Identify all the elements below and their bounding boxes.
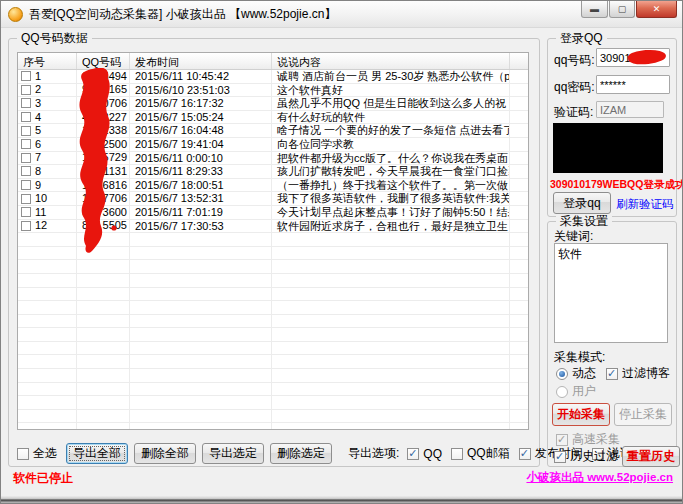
row-checkbox[interactable] (21, 221, 31, 231)
login-group: 登录QQ qq号码: qq密码: 验证码: 309010179WEBQQ登录成功… (547, 38, 677, 217)
row-qq-cell: 928165 (77, 84, 130, 98)
export-all-button[interactable]: 导出全部 (66, 443, 128, 464)
delete-selected-button[interactable]: 删除选定 (270, 443, 332, 464)
empty-table-row (18, 396, 528, 410)
delete-all-button[interactable]: 删除全部 (134, 443, 196, 464)
qq-password-input[interactable] (596, 75, 670, 94)
table-row[interactable]: 91768162015/6/7 18:00:51（一番挣扎）终于找着这个软件了。… (18, 179, 528, 193)
table-row[interactable]: 51813382015/6/7 16:04:48啥子情况 一个要的好的发了一条短… (18, 124, 528, 138)
qq-suffix: 2227 (103, 111, 127, 124)
row-checkbox[interactable] (21, 139, 31, 149)
keyword-textarea[interactable]: 软件 (554, 243, 668, 343)
row-qq-cell: 6455494 (77, 70, 130, 84)
qq-suffix: 28165 (96, 84, 127, 97)
filter-blog-checkbox[interactable] (606, 368, 618, 380)
row-checkbox[interactable] (21, 194, 31, 204)
high-speed-checkbox[interactable] (556, 434, 568, 446)
qq-prefix: 6 (82, 70, 88, 83)
row-checkbox[interactable] (21, 71, 31, 81)
qq-prefix: 1 (82, 179, 88, 192)
table-row[interactable]: 119336002015/6/11 7:01:19今天计划早点起床整点事！订好了… (18, 206, 528, 220)
table-row[interactable]: 83811312015/6/11 8:29:33孩儿们扩散转发吧，今天早晨我在一… (18, 165, 528, 179)
row-index-cell: 6 (18, 138, 77, 152)
row-tail-cell (510, 138, 528, 152)
qq-prefix: 1 (82, 124, 88, 137)
select-all-checkbox[interactable]: 全选 (17, 445, 57, 462)
qq-listview[interactable]: 序号 QQ号码 发布时间 说说内容 164554942015/6/11 10:4… (17, 52, 529, 430)
row-number: 4 (35, 111, 41, 124)
row-content-cell: 这个软件真好 (272, 84, 510, 98)
reset-history-button[interactable]: 重置历史 (622, 446, 680, 467)
close-button[interactable]: ✕ (636, 1, 677, 18)
maximize-button[interactable]: ▢ (609, 1, 635, 18)
row-content-cell: 有什么好玩的软件 (272, 111, 510, 125)
maximize-icon: ▢ (618, 5, 627, 14)
row-checkbox[interactable] (21, 98, 31, 108)
export-option-qq-label: QQ (423, 447, 442, 461)
row-qq-cell: 250706 (77, 97, 130, 111)
table-row[interactable]: 61425002015/6/7 19:41:04向各位同学求教 (18, 138, 528, 152)
column-header-qq[interactable]: QQ号码 (77, 53, 130, 69)
row-number: 9 (35, 179, 41, 192)
table-row[interactable]: 164554942015/6/11 10:45:42诚聘 酒店前台一员 男 25… (18, 70, 528, 84)
table-row[interactable]: 29281652015/6/10 23:51:03这个软件真好 (18, 84, 528, 98)
close-icon: ✕ (653, 5, 661, 14)
row-checkbox[interactable] (21, 207, 31, 217)
table-row[interactable]: 32507062015/6/7 16:17:32虽然几乎不用QQ 但是生日能收到… (18, 97, 528, 111)
export-option-qqmail[interactable]: QQ邮箱 (451, 445, 510, 462)
table-row[interactable]: 101477062015/6/7 13:52:31我下了很多英语软件，我删了很多… (18, 192, 528, 206)
filter-blog-label: 过滤博客 (622, 365, 670, 382)
history-filter-checkbox[interactable] (554, 451, 566, 463)
select-all-box[interactable] (17, 448, 29, 460)
export-selected-button[interactable]: 导出选定 (202, 443, 264, 464)
export-option-qqmail-box[interactable] (451, 448, 463, 460)
empty-table-row (18, 233, 528, 247)
captcha-input[interactable] (596, 101, 664, 118)
row-content-cell: （一番挣扎）终于找着这个软件了。。第一次做，不好 (272, 179, 510, 193)
empty-table-row (18, 369, 528, 383)
row-number: 10 (35, 192, 47, 205)
row-time-cell: 2015/6/7 15:05:24 (130, 111, 272, 125)
login-button[interactable]: 登录qq (553, 192, 611, 214)
row-number: 8 (35, 165, 41, 178)
minimize-button[interactable]: ▬ (581, 1, 608, 18)
row-number: 6 (35, 138, 41, 151)
row-tail-cell (510, 124, 528, 138)
start-collect-button[interactable]: 开始采集 (552, 403, 610, 426)
row-number: 11 (35, 206, 46, 219)
qq-number-input[interactable] (596, 48, 670, 67)
mode-user-radio[interactable] (556, 386, 568, 398)
row-checkbox[interactable] (21, 112, 31, 122)
qq-suffix: 47706 (96, 192, 127, 205)
row-time-cell: 2015/6/11 0:00:10 (130, 152, 272, 166)
table-row[interactable]: 713857292015/6/11 0:00:10把软件都升级为cc版了。什么？… (18, 152, 528, 166)
column-header-index[interactable]: 序号 (18, 53, 77, 69)
client-area: QQ号码数据 序号 QQ号码 发布时间 说说内容 164554942015/6/… (1, 28, 682, 503)
row-number: 1 (35, 70, 41, 83)
refresh-captcha-link[interactable]: 刷新验证码 (616, 197, 674, 212)
qq-prefix: 38 (82, 165, 94, 178)
history-filter-row: 历史过滤 重置历史 (554, 446, 680, 467)
mode-dynamic-radio[interactable] (556, 368, 568, 380)
row-qq-cell: 147706 (77, 192, 130, 206)
row-index-cell: 2 (18, 84, 77, 98)
row-checkbox[interactable] (21, 153, 31, 163)
stop-collect-button[interactable]: 停止采集 (614, 403, 672, 426)
column-header-content[interactable]: 说说内容 (272, 53, 510, 69)
qq-prefix: 13 (82, 152, 94, 165)
table-row[interactable]: 128755052015/6/7 17:30:53软件园附近求房子，合租也行，最… (18, 220, 528, 234)
credit-link[interactable]: 小破孩出品 www.52pojie.cn (526, 470, 673, 485)
export-option-qq-box[interactable] (407, 448, 419, 460)
export-option-time-box[interactable] (519, 448, 531, 460)
collect-settings-group: 采集设置 关键词: 软件 采集模式: 动态 过滤博客 用户 开始采集 停止采集 … (547, 221, 677, 467)
window-controls: ▬ ▢ ✕ (580, 1, 677, 18)
column-header-time[interactable]: 发布时间 (130, 53, 272, 69)
table-row[interactable]: 4422272015/6/7 15:05:24有什么好玩的软件 (18, 111, 528, 125)
export-option-qq[interactable]: QQ (407, 447, 442, 461)
row-checkbox[interactable] (21, 166, 31, 176)
row-index-cell: 4 (18, 111, 77, 125)
empty-table-row (18, 301, 528, 315)
row-checkbox[interactable] (21, 180, 31, 190)
row-checkbox[interactable] (21, 126, 31, 136)
row-checkbox[interactable] (21, 85, 31, 95)
